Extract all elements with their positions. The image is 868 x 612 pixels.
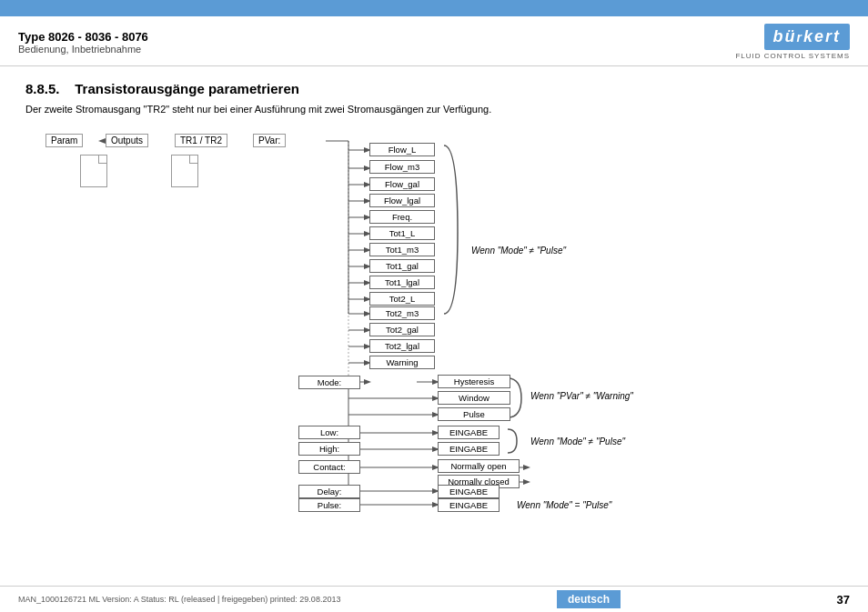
header-left: Type 8026 - 8036 - 8076 Bedienung, Inbet… bbox=[18, 30, 148, 55]
pvar-flow-lgal[interactable]: Flow_lgal bbox=[369, 194, 435, 207]
low-eingabe[interactable]: EINGABE bbox=[438, 426, 500, 439]
delay-eingabe[interactable]: EINGABE bbox=[438, 485, 500, 498]
svg-marker-3 bbox=[98, 138, 106, 144]
pvar-flow-gal[interactable]: Flow_gal bbox=[369, 177, 435, 191]
pvar-warning[interactable]: Warning bbox=[369, 356, 435, 369]
pvar-flow-m3[interactable]: Flow_m3 bbox=[369, 160, 435, 174]
annotation-wenn2: Wenn "PVar" ≠ "Warning" bbox=[530, 391, 633, 401]
section-title: 8.8.5. Transistorausgänge parametrieren bbox=[25, 81, 843, 96]
diagram-svg bbox=[25, 127, 844, 509]
high-eingabe[interactable]: EINGABE bbox=[438, 442, 500, 456]
header: Type 8026 - 8036 - 8076 Bedienung, Inbet… bbox=[0, 16, 868, 66]
pvar-tot2-m3[interactable]: Tot2_m3 bbox=[369, 306, 435, 320]
pulse-label[interactable]: Pulse: bbox=[298, 498, 360, 512]
burkert-logo: bürkert FLUID CONTROL SYSTEMS bbox=[735, 24, 850, 60]
footer: MAN_1000126721 ML Version: A Status: RL … bbox=[0, 586, 868, 612]
mode-label[interactable]: Mode: bbox=[298, 376, 360, 389]
intro-text: Der zweite Stromausgang "TR2" steht nur … bbox=[25, 104, 843, 115]
main-content: 8.8.5. Transistorausgänge parametrieren … bbox=[0, 66, 868, 518]
nav-param[interactable]: Param bbox=[45, 134, 83, 147]
pvar-tot2-lgal[interactable]: Tot2_lgal bbox=[369, 339, 435, 353]
pvar-tot1-l[interactable]: Tot1_L bbox=[369, 226, 435, 240]
doc-icon-2 bbox=[171, 155, 198, 187]
logo-text: bürkert bbox=[764, 24, 850, 50]
header-title: Type 8026 - 8036 - 8076 bbox=[18, 30, 148, 44]
mode-pulse[interactable]: Pulse bbox=[438, 407, 510, 421]
doc-icon-1 bbox=[80, 155, 107, 187]
svg-marker-41 bbox=[364, 379, 371, 385]
nav-tr[interactable]: TR1 / TR2 bbox=[175, 134, 227, 147]
pvar-tot2-l[interactable]: Tot2_L bbox=[369, 292, 435, 306]
diagram-container: Param Outputs TR1 / TR2 PVar: Flow_L Flo… bbox=[25, 127, 844, 509]
footer-lang: deutsch bbox=[557, 590, 621, 608]
annotation-wenn3: Wenn "Mode" ≠ "Pulse" bbox=[530, 436, 625, 446]
footer-text: MAN_1000126721 ML Version: A Status: RL … bbox=[18, 595, 340, 604]
top-bar bbox=[0, 0, 868, 16]
pvar-flow-l[interactable]: Flow_L bbox=[369, 143, 435, 156]
pvar-freq[interactable]: Freq. bbox=[369, 210, 435, 224]
contact-normally-open[interactable]: Normally open bbox=[438, 459, 520, 473]
low-label[interactable]: Low: bbox=[298, 426, 360, 439]
high-label[interactable]: High: bbox=[298, 442, 360, 456]
nav-pvar[interactable]: PVar: bbox=[253, 134, 286, 147]
mode-hysteresis[interactable]: Hysteresis bbox=[438, 375, 510, 388]
pvar-tot2-gal[interactable]: Tot2_gal bbox=[369, 323, 435, 336]
svg-marker-57 bbox=[523, 479, 530, 485]
pvar-tot1-m3[interactable]: Tot1_m3 bbox=[369, 243, 435, 256]
annotation-wenn4: Wenn "Mode" = "Pulse" bbox=[517, 500, 611, 510]
pvar-tot1-gal[interactable]: Tot1_gal bbox=[369, 259, 435, 273]
pulse-eingabe[interactable]: EINGABE bbox=[438, 498, 500, 512]
logo-sub: FLUID CONTROL SYSTEMS bbox=[735, 52, 850, 60]
mode-window[interactable]: Window bbox=[438, 391, 510, 405]
contact-label[interactable]: Contact: bbox=[298, 460, 360, 474]
svg-marker-55 bbox=[523, 465, 530, 470]
annotation-wenn1: Wenn "Mode" ≠ "Pulse" bbox=[471, 246, 566, 256]
pvar-tot1-lgal[interactable]: Tot1_lgal bbox=[369, 276, 435, 289]
footer-page: 37 bbox=[837, 593, 850, 607]
header-subtitle: Bedienung, Inbetriebnahme bbox=[18, 44, 148, 55]
nav-outputs[interactable]: Outputs bbox=[106, 134, 148, 147]
delay-label[interactable]: Delay: bbox=[298, 485, 360, 498]
